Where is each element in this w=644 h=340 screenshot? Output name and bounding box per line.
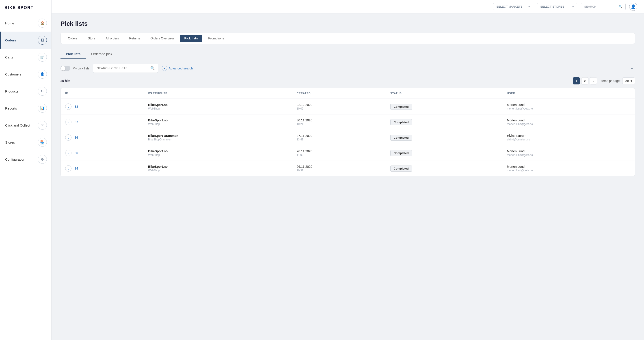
sidebar-item-customers[interactable]: Customers 👤	[0, 66, 51, 83]
cell-user-37: Morten Lund morten.lund@geta.no	[502, 114, 635, 130]
more-options-button[interactable]: ···	[628, 65, 635, 72]
cell-created-35: 26.11.2020 11:09	[292, 145, 386, 161]
sub-tab-pick-lists[interactable]: Pick lists	[60, 49, 86, 59]
sidebar-item-stores[interactable]: Stores 🏪	[0, 134, 51, 151]
cell-status-38: Completed	[386, 99, 502, 114]
warehouse-sub-35: WebShop	[148, 153, 288, 157]
reports-icon: 📊	[38, 104, 47, 113]
home-icon: 🏠	[38, 18, 47, 27]
stores-icon: 🏪	[38, 138, 47, 147]
tab-promotions[interactable]: Promotions	[204, 35, 228, 42]
status-badge-36: Completed	[390, 135, 412, 141]
topbar: SELECT MARKETS ▾ SELECT STORES ▾ SEARCH …	[52, 0, 644, 13]
created-time-37: 10:21	[297, 122, 382, 126]
status-badge-35: Completed	[390, 150, 412, 156]
created-date-37: 30.11.2020	[297, 118, 382, 122]
cell-created-36: 27.11.2020 13:43	[292, 130, 386, 145]
cell-warehouse-37: BikeSport.no WebShop	[144, 114, 292, 130]
sidebar-item-home[interactable]: Home 🏠	[0, 14, 51, 31]
items-per-page-select[interactable]: 20 ▾	[622, 77, 635, 84]
stores-dropdown[interactable]: SELECT STORES ▾	[537, 3, 577, 10]
search-pick-lists-button[interactable]: 🔍	[147, 64, 158, 72]
sub-tab-orders-to-pick[interactable]: Orders to pick	[86, 49, 118, 59]
cell-status-34: Completed	[386, 161, 502, 176]
hits-label: hits	[65, 79, 70, 83]
warehouse-name-34: BikeSport.no	[148, 165, 288, 168]
markets-dropdown[interactable]: SELECT MARKETS ▾	[493, 3, 533, 10]
page-next-button[interactable]: ›	[590, 77, 597, 84]
tab-all-orders[interactable]: All orders	[101, 35, 123, 42]
table-meta: 35 hits 1 2 › Items pr page: 20 ▾	[60, 77, 635, 84]
brand-logo: BIKE SPORT	[0, 0, 51, 14]
col-created: CREATED	[292, 88, 386, 99]
status-badge-37: Completed	[390, 119, 412, 125]
my-pick-lists-toggle-container: My pick lists	[60, 66, 90, 71]
row-expand-36[interactable]: ⌄	[65, 134, 72, 141]
cell-user-38: Morten Lund morten.lund@geta.no	[502, 99, 635, 114]
row-expand-35[interactable]: ⌄	[65, 150, 72, 156]
user-name-38: Morten Lund	[507, 103, 630, 107]
sidebar-item-configuration[interactable]: Configuration ⚙	[0, 151, 51, 168]
markets-chevron-icon: ▾	[528, 5, 530, 8]
items-per-page-chevron-icon: ▾	[630, 79, 632, 83]
tab-returns[interactable]: Returns	[124, 35, 144, 42]
sidebar-item-products[interactable]: Products 🏷	[0, 83, 51, 100]
sidebar-item-label-carts: Carts	[5, 55, 13, 59]
row-id-link-36[interactable]: 36	[74, 136, 78, 139]
user-name-37: Morten Lund	[507, 118, 630, 122]
search-pick-lists-input[interactable]	[93, 64, 147, 72]
markets-label: SELECT MARKETS	[496, 5, 522, 8]
pagination: 1 2 ›	[573, 77, 597, 84]
cell-status-35: Completed	[386, 145, 502, 161]
warehouse-sub-34: WebShop	[148, 169, 288, 172]
cell-status-37: Completed	[386, 114, 502, 130]
tab-pick-lists[interactable]: Pick lists	[180, 35, 202, 42]
row-expand-34[interactable]: ⌄	[65, 165, 72, 172]
row-id-link-35[interactable]: 35	[74, 151, 78, 155]
sidebar-item-click-and-collect[interactable]: Click and Collect ☞	[0, 117, 51, 134]
cell-id-36: ⌄ 36	[61, 130, 144, 145]
user-email-38: morten.lund@geta.no	[507, 107, 630, 110]
configuration-icon: ⚙	[38, 155, 47, 164]
click-collect-icon: ☞	[38, 121, 47, 130]
page-2-button[interactable]: 2	[581, 77, 588, 84]
user-avatar[interactable]: 👤	[629, 3, 637, 11]
hits-number: 35	[60, 79, 64, 83]
cell-id-34: ⌄ 34	[61, 161, 144, 176]
row-expand-37[interactable]: ⌄	[65, 119, 72, 125]
sidebar-item-reports[interactable]: Reports 📊	[0, 100, 51, 117]
page-1-button[interactable]: 1	[573, 77, 580, 84]
warehouse-name-37: BikeSport.no	[148, 118, 288, 122]
cell-user-34: Morten Lund morten.lund@geta.no	[502, 161, 635, 176]
cell-created-34: 26.11.2020 10:31	[292, 161, 386, 176]
sidebar-item-label-home: Home	[5, 21, 14, 25]
row-expand-38[interactable]: ⌄	[65, 103, 72, 110]
col-user: USER	[502, 88, 635, 99]
products-icon: 🏷	[38, 87, 47, 96]
row-id-link-37[interactable]: 37	[74, 120, 78, 124]
col-id: ID	[61, 88, 144, 99]
created-time-36: 13:43	[297, 138, 382, 141]
created-date-35: 26.11.2020	[297, 149, 382, 153]
hits-count: 35 hits	[60, 79, 70, 83]
created-date-38: 02.12.2020	[297, 103, 382, 107]
table-row: ⌄ 37 BikeSport.no WebShop 30.11.2020 10:…	[61, 114, 635, 130]
created-date-36: 27.11.2020	[297, 134, 382, 137]
tab-store[interactable]: Store	[83, 35, 100, 42]
items-per-page: Items pr page: 20 ▾	[600, 77, 635, 84]
sidebar: BIKE SPORT Home 🏠 Orders ⊟ Carts 🛒 Custo…	[0, 0, 52, 340]
sidebar-item-orders[interactable]: Orders ⊟	[0, 31, 51, 49]
user-email-34: morten.lund@geta.no	[507, 169, 630, 172]
my-pick-lists-toggle[interactable]	[60, 66, 70, 71]
tab-orders-overview[interactable]: Orders Overview	[146, 35, 178, 42]
cell-warehouse-38: BikeSport.no WebShop	[144, 99, 292, 114]
tab-orders[interactable]: Orders	[64, 35, 82, 42]
sidebar-item-carts[interactable]: Carts 🛒	[0, 49, 51, 66]
page-title: Pick lists	[60, 20, 635, 27]
search-pick-lists: 🔍	[93, 64, 158, 73]
advanced-search[interactable]: ▾ Advanced search	[162, 66, 193, 71]
cell-warehouse-35: BikeSport.no WebShop	[144, 145, 292, 161]
global-search[interactable]: SEARCH 🔍	[581, 3, 626, 10]
row-id-link-38[interactable]: 38	[74, 105, 78, 108]
row-id-link-34[interactable]: 34	[74, 167, 78, 170]
